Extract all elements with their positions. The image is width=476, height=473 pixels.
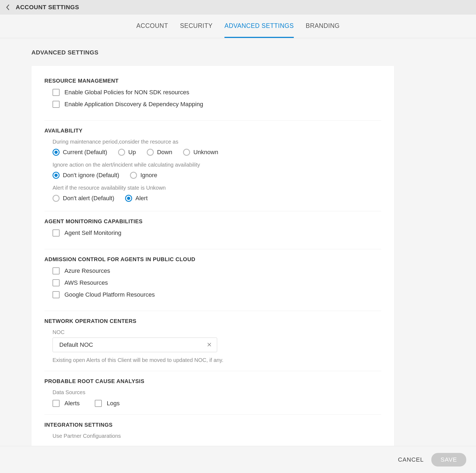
checkbox-row[interactable]: Logs	[95, 400, 120, 407]
cancel-button[interactable]: CANCEL	[398, 456, 424, 463]
section-title: INTEGRATION SETTINGS	[44, 422, 381, 428]
section-resource-management: RESOURCE MANAGEMENT Enable Global Polici…	[44, 78, 381, 121]
checkbox-icon[interactable]	[53, 279, 60, 286]
section-admission-control: ADMISSION CONTROL FOR AGENTS IN PUBLIC C…	[44, 256, 381, 311]
checkbox-icon[interactable]	[53, 400, 60, 407]
section-title: NETWORK OPERATION CENTERS	[44, 318, 381, 324]
checkbox-row[interactable]: Azure Resources	[53, 267, 381, 274]
radio-icon[interactable]	[118, 149, 125, 156]
section-title: RESOURCE MANAGEMENT	[44, 78, 381, 84]
checkbox-icon[interactable]	[53, 267, 60, 274]
close-icon[interactable]	[207, 341, 211, 348]
settings-card: RESOURCE MANAGEMENT Enable Global Polici…	[31, 66, 394, 452]
radio-label: Alert	[135, 195, 148, 202]
radio-icon[interactable]	[53, 149, 60, 156]
hint-text: Ignore action on the alert/incident whil…	[53, 162, 381, 168]
checkbox-row[interactable]: Enable Global Policies for NON SDK resou…	[53, 89, 381, 96]
integration-helper: Use Partner Configuarations	[53, 433, 381, 439]
radio-dont-alert[interactable]: Don't alert (Default)	[53, 195, 114, 202]
checkbox-row[interactable]: AWS Resources	[53, 279, 381, 286]
radio-label: Up	[128, 149, 136, 156]
tabs-container: ACCOUNT SECURITY ADVANCED SETTINGS BRAND…	[0, 15, 476, 38]
checkbox-icon[interactable]	[53, 229, 60, 236]
header-bar: ACCOUNT SETTINGS	[0, 0, 476, 15]
noc-field-label: NOC	[53, 329, 381, 335]
section-agent-monitoring: AGENT MONITORING CAPABILITIES Agent Self…	[44, 218, 381, 249]
section-title: AVAILABILITY	[44, 128, 381, 134]
radio-label: Current (Default)	[63, 149, 107, 156]
checkbox-row[interactable]: Alerts	[53, 400, 80, 407]
hint-text: Alert if the resource availability state…	[53, 185, 381, 191]
section-availability: AVAILABILITY During maintenance period,c…	[44, 128, 381, 211]
tab-security[interactable]: SECURITY	[180, 15, 213, 38]
radio-icon[interactable]	[130, 172, 137, 179]
radio-alert[interactable]: Alert	[125, 195, 148, 202]
checkbox-label: Enable Global Policies for NON SDK resou…	[64, 89, 189, 96]
checkbox-label: Logs	[107, 400, 120, 407]
section-title: AGENT MONITORING CAPABILITIES	[44, 218, 381, 225]
checkbox-label: Azure Resources	[64, 267, 110, 274]
radio-current[interactable]: Current (Default)	[53, 149, 107, 156]
radio-icon[interactable]	[53, 172, 60, 179]
radio-up[interactable]: Up	[118, 149, 136, 156]
checkbox-row[interactable]: Google Cloud Platform Resources	[53, 291, 381, 298]
checkbox-icon[interactable]	[95, 400, 102, 407]
radio-label: Don't alert (Default)	[63, 195, 114, 202]
checkbox-row[interactable]: Enable Application Discovery & Dependecy…	[53, 101, 381, 108]
radio-down[interactable]: Down	[147, 149, 172, 156]
save-button[interactable]: SAVE	[431, 453, 466, 466]
checkbox-label: Alerts	[64, 400, 80, 407]
checkbox-label: Enable Application Discovery & Dependecy…	[64, 101, 203, 108]
checkbox-label: AWS Resources	[64, 279, 108, 286]
radio-icon[interactable]	[147, 149, 154, 156]
hint-text: During maintenance period,consider the r…	[53, 139, 381, 145]
rca-subtitle: Data Sources	[53, 389, 381, 396]
footer-bar: CANCEL SAVE	[0, 446, 476, 473]
tab-branding[interactable]: BRANDING	[306, 15, 340, 38]
noc-select[interactable]: Default NOC	[53, 338, 217, 352]
radio-dont-ignore[interactable]: Don't ignore (Default)	[53, 172, 119, 179]
section-title: ADMISSION CONTROL FOR AGENTS IN PUBLIC C…	[44, 256, 381, 263]
noc-helper-text: Existing open Alerts of this Client will…	[53, 357, 381, 363]
checkbox-icon[interactable]	[53, 89, 60, 96]
radio-unknown[interactable]: Unknown	[183, 149, 218, 156]
section-integration: INTEGRATION SETTINGS Use Partner Configu…	[44, 422, 381, 439]
checkbox-icon[interactable]	[53, 101, 60, 108]
section-noc: NETWORK OPERATION CENTERS NOC Default NO…	[44, 318, 381, 371]
back-icon[interactable]	[5, 5, 10, 10]
page-subtitle: ADVANCED SETTINGS	[31, 49, 476, 56]
radio-icon[interactable]	[53, 195, 60, 202]
radio-label: Down	[157, 149, 172, 156]
radio-label: Unknown	[193, 149, 218, 156]
radio-icon[interactable]	[125, 195, 132, 202]
checkbox-row[interactable]: Agent Self Monitoring	[53, 229, 381, 236]
section-title: PROBABLE ROOT CAUSE ANALYSIS	[44, 378, 381, 384]
noc-value: Default NOC	[59, 341, 93, 348]
checkbox-label: Google Cloud Platform Resources	[64, 291, 155, 298]
section-rca: PROBABLE ROOT CAUSE ANALYSIS Data Source…	[44, 378, 381, 415]
scroll-area[interactable]: ADVANCED SETTINGS RESOURCE MANAGEMENT En…	[0, 38, 476, 473]
radio-label: Don't ignore (Default)	[63, 172, 119, 179]
checkbox-icon[interactable]	[53, 291, 60, 298]
page-title: ACCOUNT SETTINGS	[16, 4, 79, 11]
tab-advanced-settings[interactable]: ADVANCED SETTINGS	[224, 15, 294, 38]
radio-icon[interactable]	[183, 149, 190, 156]
checkbox-label: Agent Self Monitoring	[64, 229, 121, 236]
tab-account[interactable]: ACCOUNT	[136, 15, 168, 38]
radio-ignore[interactable]: Ignore	[130, 172, 157, 179]
radio-label: Ignore	[140, 172, 157, 179]
